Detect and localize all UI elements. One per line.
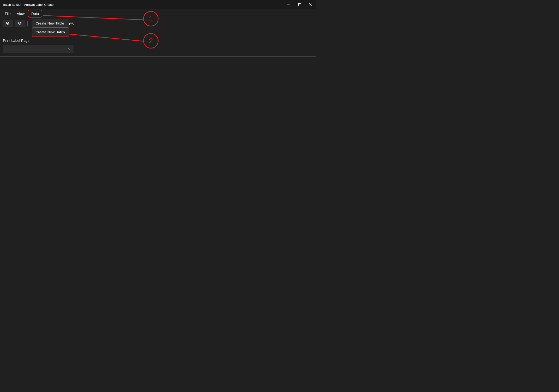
svg-line-9 [21, 24, 22, 25]
zoom-in-button[interactable] [3, 20, 13, 27]
menu-create-new-table[interactable]: Create New Table [32, 19, 69, 28]
svg-rect-1 [298, 3, 301, 6]
menu-view[interactable]: View [14, 10, 27, 17]
menu-file[interactable]: File [2, 10, 13, 17]
data-dropdown-menu: Create New Table Create New Batch [32, 19, 69, 37]
minimize-button[interactable] [283, 0, 294, 9]
window-controls [283, 0, 316, 9]
close-icon [309, 3, 312, 6]
toolbar-separator [27, 21, 28, 27]
content-area [0, 56, 316, 222]
zoom-in-icon [6, 22, 10, 26]
close-button[interactable] [305, 0, 316, 9]
print-label-page-select[interactable] [3, 45, 74, 53]
zoom-out-button[interactable] [15, 20, 25, 27]
svg-line-5 [9, 24, 9, 25]
menubar: File View Data [0, 9, 316, 18]
menu-data[interactable]: Data [28, 9, 42, 18]
maximize-button[interactable] [294, 0, 305, 9]
maximize-icon [298, 3, 301, 6]
titlebar: Batch Builder - Arrowat Label Creator [0, 0, 316, 9]
minimize-icon [287, 3, 290, 6]
zoom-out-icon [18, 22, 22, 26]
select-wrapper [3, 45, 316, 53]
chevron-down-icon [68, 47, 71, 50]
print-label-page-label: Print Label Page [0, 38, 316, 43]
menu-create-new-batch[interactable]: Create New Batch [32, 27, 69, 37]
window-title: Batch Builder - Arrowat Label Creator [3, 3, 55, 7]
